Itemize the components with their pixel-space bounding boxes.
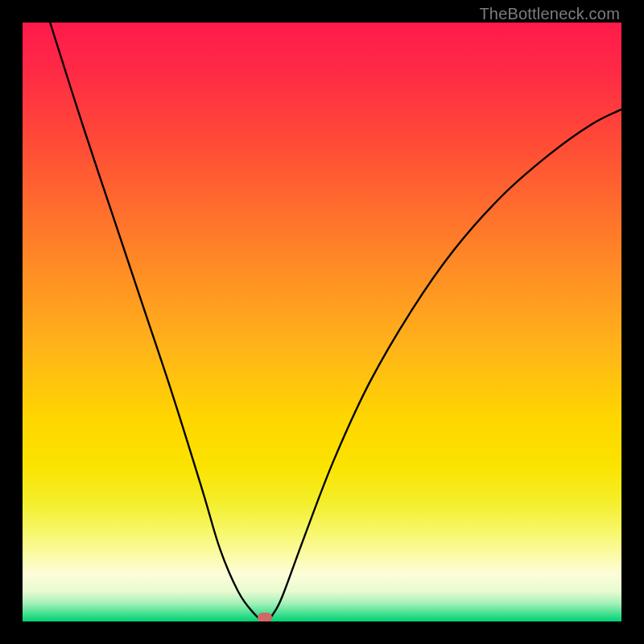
- bottleneck-curve: [23, 23, 621, 621]
- watermark-text: TheBottleneck.com: [479, 5, 620, 23]
- chart-frame: TheBottleneck.com: [0, 0, 644, 644]
- plot-area: [23, 23, 621, 621]
- optimal-point-marker: [258, 613, 272, 621]
